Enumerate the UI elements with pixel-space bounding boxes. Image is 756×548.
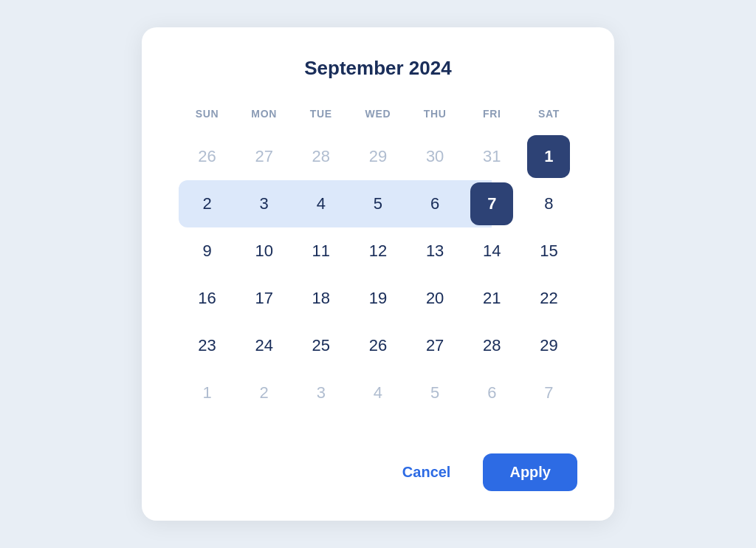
day-number: 28 (470, 324, 513, 367)
day-number: 27 (413, 324, 456, 367)
calendar-day-cell[interactable]: 22 (520, 275, 577, 322)
day-number: 5 (413, 371, 456, 414)
day-number: 3 (300, 371, 343, 414)
calendar-day-cell[interactable]: 25 (292, 322, 349, 369)
day-number: 1 (186, 371, 229, 414)
weekday-label: THU (407, 102, 464, 133)
day-number: 22 (527, 277, 570, 320)
calendar-day-cell[interactable]: 23 (179, 322, 236, 369)
calendar-title: September 2024 (179, 57, 577, 80)
day-number: 29 (357, 135, 399, 178)
calendar-day-cell[interactable]: 26 (179, 133, 236, 180)
calendar-day-cell[interactable]: 7 (464, 180, 520, 227)
calendar-footer: Cancel Apply (179, 439, 577, 491)
calendar-grid: SUNMONTUEWEDTHUFRISAT 262728293031123456… (179, 102, 577, 417)
day-number: 13 (413, 230, 456, 273)
calendar-day-cell[interactable]: 9 (179, 227, 236, 275)
calendar-day-cell[interactable]: 3 (292, 369, 349, 417)
day-number: 29 (527, 324, 570, 367)
calendar-container: September 2024 SUNMONTUEWEDTHUFRISAT 262… (142, 27, 614, 521)
calendar-day-cell[interactable]: 2 (236, 369, 292, 417)
calendar-week-row: 23242526272829 (179, 322, 577, 369)
calendar-week-row: 16171819202122 (179, 275, 577, 322)
calendar-day-cell[interactable]: 28 (464, 322, 520, 369)
day-number: 23 (186, 324, 229, 367)
calendar-day-cell[interactable]: 1 (520, 133, 577, 180)
calendar-day-cell[interactable]: 10 (236, 227, 292, 275)
weekday-label: FRI (464, 102, 520, 133)
weekday-label: SUN (179, 102, 236, 133)
day-number: 2 (186, 182, 229, 225)
calendar-day-cell[interactable]: 14 (464, 227, 520, 275)
day-number: 21 (470, 277, 513, 320)
day-number: 27 (243, 135, 286, 178)
apply-button[interactable]: Apply (483, 453, 577, 491)
calendar-week-row: 1234567 (179, 369, 577, 417)
calendar-day-cell[interactable]: 18 (292, 275, 349, 322)
calendar-day-cell[interactable]: 1 (179, 369, 236, 417)
day-number: 2 (243, 371, 286, 414)
day-number: 8 (527, 182, 570, 225)
day-number: 1 (527, 135, 570, 178)
calendar-day-cell[interactable]: 4 (292, 180, 349, 227)
weekday-label: TUE (292, 102, 349, 133)
calendar-week-row: 9101112131415 (179, 227, 577, 275)
calendar-day-cell[interactable]: 24 (236, 322, 292, 369)
calendar-week-row: 2627282930311 (179, 133, 577, 180)
calendar-day-cell[interactable]: 27 (407, 322, 464, 369)
day-number: 15 (527, 230, 570, 273)
calendar-day-cell[interactable]: 30 (407, 133, 464, 180)
weekday-header-row: SUNMONTUEWEDTHUFRISAT (179, 102, 577, 133)
day-number: 25 (300, 324, 343, 367)
calendar-day-cell[interactable]: 19 (349, 275, 406, 322)
cancel-button[interactable]: Cancel (385, 453, 469, 491)
day-number: 12 (357, 230, 399, 273)
weekday-label: SAT (520, 102, 577, 133)
calendar-day-cell[interactable]: 29 (349, 133, 406, 180)
calendar-day-cell[interactable]: 5 (349, 180, 406, 227)
calendar-day-cell[interactable]: 6 (464, 369, 520, 417)
day-number: 24 (243, 324, 286, 367)
calendar-day-cell[interactable]: 7 (520, 369, 577, 417)
calendar-day-cell[interactable]: 28 (292, 133, 349, 180)
day-number: 20 (413, 277, 456, 320)
day-number: 17 (243, 277, 286, 320)
day-number: 4 (300, 182, 343, 225)
day-number: 16 (186, 277, 229, 320)
calendar-day-cell[interactable]: 21 (464, 275, 520, 322)
day-number: 11 (300, 230, 343, 273)
day-number: 4 (357, 371, 399, 414)
calendar-day-cell[interactable]: 15 (520, 227, 577, 275)
calendar-day-cell[interactable]: 5 (407, 369, 464, 417)
calendar-day-cell[interactable]: 16 (179, 275, 236, 322)
calendar-day-cell[interactable]: 6 (407, 180, 464, 227)
calendar-week-row: 2345678 (179, 180, 577, 227)
calendar-day-cell[interactable]: 26 (349, 322, 406, 369)
day-number: 5 (357, 182, 399, 225)
calendar-day-cell[interactable]: 12 (349, 227, 406, 275)
calendar-day-cell[interactable]: 3 (236, 180, 292, 227)
day-number: 6 (413, 182, 456, 225)
day-number: 10 (243, 230, 286, 273)
calendar-day-cell[interactable]: 2 (179, 180, 236, 227)
day-number: 9 (186, 230, 229, 273)
calendar-day-cell[interactable]: 27 (236, 133, 292, 180)
calendar-day-cell[interactable]: 31 (464, 133, 520, 180)
day-number: 7 (470, 182, 513, 225)
day-number: 26 (186, 135, 229, 178)
day-number: 26 (357, 324, 399, 367)
calendar-day-cell[interactable]: 8 (520, 180, 577, 227)
day-number: 30 (413, 135, 456, 178)
day-number: 7 (527, 371, 570, 414)
weekday-label: MON (236, 102, 292, 133)
calendar-day-cell[interactable]: 11 (292, 227, 349, 275)
day-number: 19 (357, 277, 399, 320)
day-number: 6 (470, 371, 513, 414)
day-number: 28 (300, 135, 343, 178)
calendar-day-cell[interactable]: 20 (407, 275, 464, 322)
calendar-day-cell[interactable]: 13 (407, 227, 464, 275)
day-number: 31 (470, 135, 513, 178)
calendar-day-cell[interactable]: 4 (349, 369, 406, 417)
calendar-day-cell[interactable]: 17 (236, 275, 292, 322)
calendar-day-cell[interactable]: 29 (520, 322, 577, 369)
